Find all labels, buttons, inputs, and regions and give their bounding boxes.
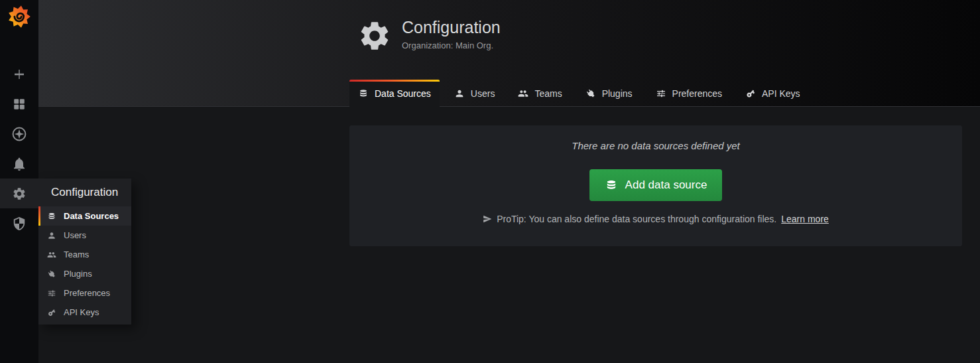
tab-label: API Keys [762,88,800,99]
user-icon [47,231,56,240]
tab-plugins[interactable]: Plugins [577,80,641,107]
flyout-item-api-keys[interactable]: API Keys [38,303,131,322]
database-icon [605,179,618,192]
flyout-item-users[interactable]: Users [38,226,131,245]
data-sources-empty-panel: There are no data sources defined yet Ad… [349,125,962,246]
config-tabs: Data Sources Users Teams Plugins Prefere… [349,80,809,107]
grafana-logo-icon [7,3,32,29]
tab-preferences[interactable]: Preferences [647,80,731,107]
flyout-item-label: Teams [64,250,89,259]
flyout-item-label: Data Sources [64,211,119,221]
tab-label: Teams [534,88,562,99]
sliders-icon [47,289,56,298]
bell-icon [11,156,27,172]
page-header: Configuration Organization: Main Org. Da… [38,0,980,107]
key-icon [47,308,56,317]
sidebar-item-explore[interactable] [0,119,38,149]
add-data-source-label: Add data source [625,179,707,192]
gear-icon [12,186,27,201]
sliders-icon [656,88,666,99]
empty-state-message: There are no data sources defined yet [349,125,962,151]
key-icon [745,88,756,99]
database-icon [358,88,369,99]
sidebar-item-dashboards[interactable] [0,89,38,119]
plus-icon [11,66,27,82]
flyout-item-teams[interactable]: Teams [38,245,131,264]
flyout-title: Configuration [38,179,131,206]
page-title: Configuration [402,18,501,37]
sidebar-item-server-admin[interactable] [0,208,38,238]
tab-label: Users [471,88,495,99]
grafana-logo[interactable] [0,0,38,29]
tab-teams[interactable]: Teams [509,80,570,107]
protip-text: ProTip: You can also define data sources… [497,214,776,224]
flyout-item-label: Users [64,230,86,240]
flyout-item-data-sources[interactable]: Data Sources [38,206,131,226]
sidebar-item-alerting[interactable] [0,149,38,179]
tab-label: Plugins [602,88,633,99]
protip-row: ProTip: You can also define data sources… [349,214,962,224]
tab-api-keys[interactable]: API Keys [737,80,809,107]
tab-label: Data Sources [375,88,431,99]
flyout-item-label: Preferences [64,288,110,298]
sidebar-item-create[interactable] [0,59,38,89]
tab-users[interactable]: Users [446,80,504,107]
sidebar-item-configuration[interactable] [0,179,38,208]
user-icon [454,88,465,99]
team-icon [47,250,56,259]
database-icon [47,212,56,221]
apps-grid-icon [12,97,27,111]
flyout-item-plugins[interactable]: Plugins [38,264,131,283]
add-data-source-button[interactable]: Add data source [589,169,723,201]
plug-icon [585,88,596,99]
flyout-item-label: Plugins [64,269,92,279]
tab-label: Preferences [672,88,722,99]
compass-icon [11,126,27,142]
tab-data-sources[interactable]: Data Sources [349,80,440,107]
shield-icon [12,216,27,231]
gear-icon [357,17,392,54]
rocket-icon [483,214,492,224]
flyout-item-preferences[interactable]: Preferences [38,283,131,303]
page-title-block: Configuration Organization: Main Org. [357,17,501,54]
learn-more-link[interactable]: Learn more [781,214,829,224]
side-menu-items [0,59,38,238]
side-menu [0,0,38,363]
configuration-flyout-menu: Configuration Data Sources Users Teams P… [38,179,131,325]
plug-icon [47,269,56,279]
page-subtitle: Organization: Main Org. [402,40,501,50]
team-icon [518,88,528,99]
flyout-item-label: API Keys [64,307,99,317]
